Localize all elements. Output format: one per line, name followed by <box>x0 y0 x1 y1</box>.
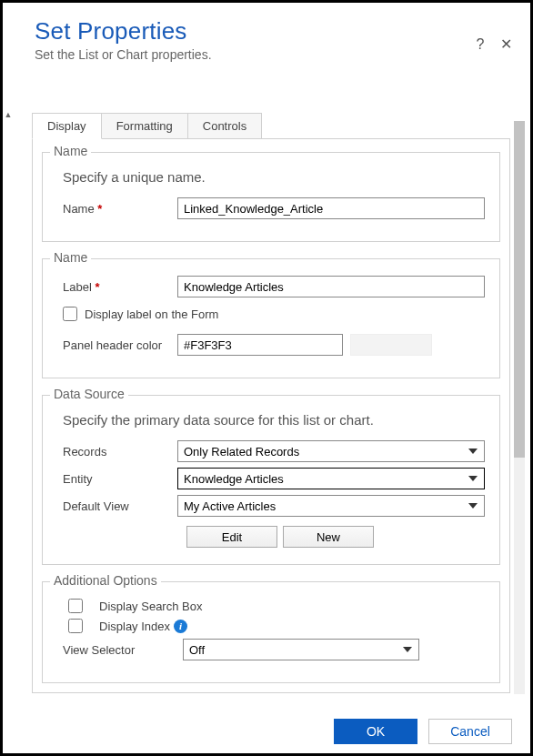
scrollbar-track[interactable] <box>514 121 525 694</box>
tab-display[interactable]: Display <box>32 113 102 139</box>
display-label-checkbox[interactable] <box>63 307 77 321</box>
tab-strip: Display Formatting Controls <box>32 112 510 138</box>
dialog-set-properties: Set Properties Set the List or Chart pro… <box>0 0 533 756</box>
scrollbar-up-arrow[interactable]: ▲ <box>3 110 14 121</box>
ok-button[interactable]: OK <box>334 719 417 744</box>
records-label: Records <box>63 445 177 459</box>
close-icon[interactable]: ✕ <box>500 36 512 52</box>
display-index-label: Display Index <box>99 620 170 633</box>
info-icon[interactable]: i <box>174 620 187 633</box>
default-view-label: Default View <box>63 499 177 513</box>
section-name: Name Specify a unique name. Name <box>42 152 500 242</box>
data-source-desc: Specify the primary data source for this… <box>63 412 485 428</box>
entity-label: Entity <box>63 472 177 486</box>
display-search-box-label: Display Search Box <box>99 600 202 613</box>
cancel-button[interactable]: Cancel <box>428 719 512 744</box>
tab-controls[interactable]: Controls <box>188 113 262 139</box>
section-name-legend: Name <box>50 144 91 158</box>
section-label-legend: Name <box>50 250 91 265</box>
label-input[interactable] <box>177 276 485 297</box>
help-icon[interactable]: ? <box>476 36 484 52</box>
additional-legend: Additional Options <box>50 573 161 588</box>
name-input[interactable] <box>177 197 485 219</box>
label-label: Label <box>63 280 177 294</box>
section-data-source: Data Source Specify the primary data sou… <box>42 395 500 565</box>
panel-color-input[interactable] <box>177 334 343 356</box>
section-label: Name Label Display label on the Form Pan… <box>42 258 500 378</box>
entity-select[interactable]: Knowledge Articles <box>177 468 485 489</box>
scrollbar-thumb[interactable] <box>514 121 525 458</box>
view-selector-select[interactable]: Off <box>183 639 419 660</box>
dialog-footer: OK Cancel <box>3 710 530 753</box>
data-source-legend: Data Source <box>50 387 128 401</box>
section-additional-options: Additional Options Display Search Box Di… <box>42 581 500 683</box>
new-button[interactable]: New <box>283 526 374 548</box>
name-label: Name <box>63 202 177 216</box>
panel-color-swatch[interactable] <box>350 334 432 356</box>
edit-button[interactable]: Edit <box>186 526 277 548</box>
tab-panel-display: Name Specify a unique name. Name Name La… <box>32 138 510 693</box>
display-index-checkbox[interactable] <box>68 619 83 633</box>
default-view-select[interactable]: My Active Articles <box>177 495 485 517</box>
view-selector-label: View Selector <box>63 643 183 657</box>
tab-formatting[interactable]: Formatting <box>102 113 188 139</box>
dialog-subtitle: Set the List or Chart properties. <box>35 47 512 62</box>
display-search-box-checkbox[interactable] <box>68 599 83 613</box>
section-name-desc: Specify a unique name. <box>63 169 485 185</box>
records-select[interactable]: Only Related Records <box>177 440 485 462</box>
display-label-text: Display label on the Form <box>85 307 218 321</box>
panel-color-label: Panel header color <box>63 338 177 352</box>
dialog-title: Set Properties <box>35 17 512 45</box>
